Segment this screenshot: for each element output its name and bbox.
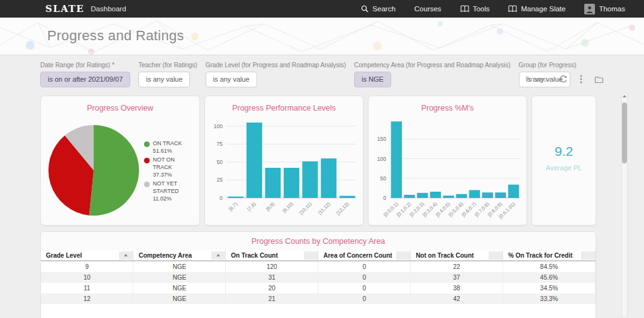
bar	[321, 158, 336, 198]
nav-tools[interactable]: Tools	[460, 5, 490, 13]
progress-counts-table: Grade LevelCompetency AreaOn Track Count…	[41, 250, 596, 304]
scrollbar-up-arrow[interactable]	[622, 93, 627, 99]
bar	[228, 197, 243, 198]
column-header[interactable]: Not on Track Count	[411, 250, 503, 261]
folder-icon[interactable]	[594, 75, 604, 84]
table-cell: 0	[318, 293, 411, 304]
legend-label: ON TRACK51.61%	[153, 140, 192, 155]
dashboard-actions: 7m ago	[525, 75, 604, 84]
user-avatar	[584, 4, 595, 14]
column-header[interactable]: On Track Count	[226, 250, 318, 261]
filter-date-range-value[interactable]: is on or after 2021/09/07	[40, 72, 130, 87]
bar	[340, 196, 355, 198]
legend-item[interactable]: NOT ON TRACK37.37%	[144, 156, 192, 178]
bar	[508, 185, 519, 198]
filter-competency-area-value[interactable]: is NGE	[354, 72, 391, 87]
table-cell: NGE	[133, 283, 226, 293]
nav-user-menu[interactable]: Thomas	[584, 4, 625, 14]
nav-search-label: Search	[372, 5, 395, 13]
svg-text:100: 100	[214, 123, 223, 129]
table-title: Progress Counts by Competency Area	[41, 232, 596, 250]
dashboard-page: SLATE Dashboard Search Courses Tools	[0, 0, 644, 318]
vertical-scrollbar[interactable]	[621, 92, 628, 318]
bar	[469, 190, 480, 198]
legend-label: NOT ON TRACK37.37%	[153, 156, 192, 178]
svg-text:150: 150	[377, 136, 386, 142]
filter-teacher-value[interactable]: is any value	[138, 72, 190, 87]
bar	[456, 194, 467, 198]
column-header-label: Area of Concern Count	[323, 252, 392, 259]
sort-control[interactable]	[211, 251, 225, 260]
kebab-menu-icon[interactable]	[580, 75, 582, 84]
pie-legend: ON TRACK51.61%NOT ON TRACK37.37%NOT YET …	[144, 140, 192, 219]
average-pl-label: Average PL	[532, 164, 596, 172]
table-row: 11NGE2003834.5%	[41, 283, 596, 293]
page-title: Progress and Ratings	[47, 28, 184, 44]
bar	[443, 195, 453, 198]
filters-bar: Date Range (for Ratings) * is on or afte…	[40, 62, 584, 87]
svg-text:0: 0	[219, 195, 223, 201]
svg-text:0: 0	[383, 195, 386, 201]
legend-dot-icon	[144, 182, 150, 187]
table-cell: 20	[226, 283, 318, 293]
column-header-label: Competency Area	[138, 252, 192, 259]
table-row: 12NGE2104233.3%	[41, 293, 596, 304]
nav-search[interactable]: Search	[361, 5, 395, 13]
svg-text:[8,9): [8,9)	[265, 201, 276, 212]
nav-courses[interactable]: Courses	[414, 5, 441, 13]
table-cell: 0	[318, 283, 411, 293]
filter-grade-level-label: Grade Level (for Progress and Roadmap An…	[206, 62, 346, 69]
book-icon	[508, 5, 517, 13]
sort-control[interactable]	[396, 251, 410, 260]
card-progress-percent-m: Progress %M's 050100150[0.0,0.1)[0.1,0.2…	[368, 96, 527, 226]
filter-teacher: Teacher (for Ratings) is any value	[138, 62, 197, 87]
top-navigation-bar: SLATE Dashboard Search Courses Tools	[0, 0, 644, 18]
refresh-icon[interactable]	[559, 75, 568, 84]
last-refresh-time: 7m ago	[525, 75, 547, 83]
card-average-pl: 9.2 Average PL	[531, 96, 596, 226]
table-cell: 0	[318, 272, 411, 283]
book-icon	[460, 5, 469, 13]
table-cell: 11	[41, 283, 133, 293]
nav-tools-label: Tools	[473, 5, 490, 13]
performance-levels-bar-chart: 0255075100[6,7)[7,8)[8,9)[9,10)[10,11)[1…	[205, 112, 363, 223]
filter-date-range-label: Date Range (for Ratings) *	[40, 62, 130, 69]
column-header[interactable]: Area of Concern Count	[318, 250, 411, 261]
svg-text:[10,11): [10,11)	[298, 201, 313, 216]
column-header-label: Not on Track Count	[416, 252, 474, 259]
svg-text:50: 50	[380, 175, 387, 182]
sort-control[interactable]	[119, 251, 133, 260]
column-header[interactable]: Grade Level	[41, 250, 133, 261]
nav-manage-slate-label: Manage Slate	[521, 5, 565, 13]
nav-manage-slate[interactable]: Manage Slate	[508, 5, 565, 13]
svg-text:[7,8): [7,8)	[246, 201, 257, 212]
sort-control[interactable]	[304, 251, 318, 260]
table-cell: 120	[226, 261, 318, 272]
bar	[391, 121, 402, 198]
legend-item[interactable]: NOT YET STARTED11.02%	[144, 180, 192, 202]
chart-title-progress-overview: Progress Overview	[41, 104, 199, 112]
svg-text:[6,7): [6,7)	[228, 201, 239, 212]
table-cell: 22	[411, 261, 503, 272]
svg-text:25: 25	[217, 177, 223, 183]
filter-grade-level-value[interactable]: is any value	[206, 72, 257, 87]
filter-grade-level: Grade Level (for Progress and Roadmap An…	[206, 62, 346, 87]
sort-asc-icon	[124, 254, 128, 256]
table-cell: 31	[226, 272, 318, 283]
table-cell: 42	[411, 293, 503, 304]
bar	[404, 195, 414, 198]
scrollbar-thumb[interactable]	[622, 102, 627, 163]
sort-control[interactable]	[581, 251, 595, 260]
legend-dot-icon	[144, 158, 150, 163]
sort-control[interactable]	[489, 251, 502, 260]
slate-logo[interactable]: SLATE	[45, 4, 84, 14]
svg-text:100: 100	[377, 156, 386, 162]
nav-courses-label: Courses	[414, 5, 441, 13]
app-name: Dashboard	[91, 5, 126, 13]
legend-item[interactable]: ON TRACK51.61%	[144, 140, 192, 155]
table-cell: 10	[41, 272, 133, 283]
column-header[interactable]: % On Track for Credit	[503, 250, 596, 261]
table-cell: 37	[411, 272, 503, 283]
column-header[interactable]: Competency Area	[133, 250, 226, 261]
bar	[482, 192, 493, 198]
